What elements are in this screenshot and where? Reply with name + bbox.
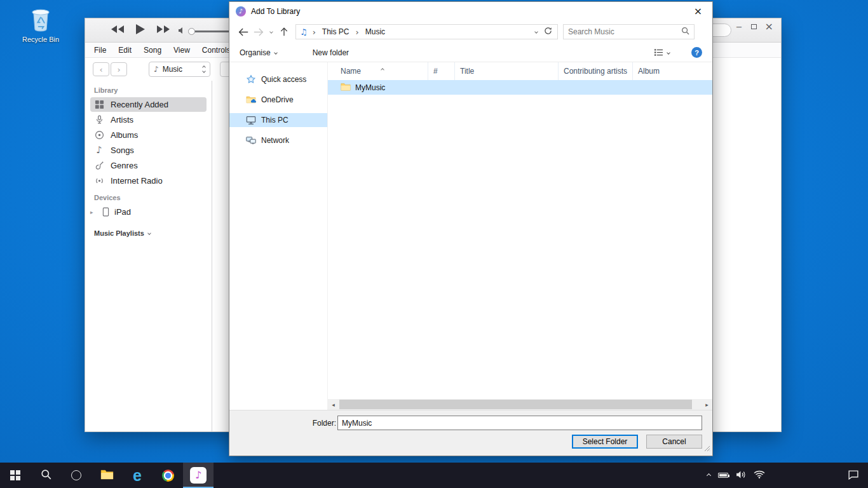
music-playlists-header[interactable]: Music Playlists bbox=[94, 229, 212, 237]
column-header-contributing-artists[interactable]: Contributing artists bbox=[559, 62, 633, 80]
fast-forward-button[interactable] bbox=[156, 25, 170, 34]
windows-logo-icon bbox=[10, 470, 20, 480]
sidebar-item-songs[interactable]: ♪ Songs bbox=[90, 143, 207, 158]
file-row-mymusic[interactable]: MyMusic bbox=[328, 80, 712, 95]
rewind-button[interactable] bbox=[111, 25, 125, 34]
scroll-left-button[interactable]: ◂ bbox=[328, 399, 339, 410]
close-button[interactable]: × bbox=[765, 22, 773, 32]
picker-arrows-icon bbox=[203, 66, 205, 72]
show-hidden-icons-button[interactable] bbox=[707, 473, 711, 477]
forward-button[interactable]: › bbox=[111, 62, 127, 76]
address-bar[interactable]: ♫ › This PC › Music bbox=[295, 24, 558, 39]
help-button[interactable]: ? bbox=[691, 47, 702, 58]
dialog-close-button[interactable]: × bbox=[684, 2, 712, 20]
play-button[interactable] bbox=[135, 24, 146, 35]
media-picker-label: Music bbox=[163, 65, 182, 74]
sidebar-item-ipad[interactable]: ▸ iPad bbox=[90, 205, 207, 219]
breadcrumb-chevron-icon[interactable]: › bbox=[353, 27, 362, 37]
speaker-icon bbox=[178, 27, 184, 36]
view-mode-button[interactable] bbox=[654, 48, 670, 57]
file-name: MyMusic bbox=[355, 83, 385, 92]
folder-label: Folder: bbox=[304, 419, 336, 428]
volume-icon[interactable] bbox=[736, 470, 746, 481]
sidebar-item-recently-added[interactable]: Recently Added bbox=[90, 97, 207, 112]
maximize-button[interactable] bbox=[751, 24, 757, 29]
back-button[interactable]: ‹ bbox=[93, 62, 109, 76]
network-icon bbox=[246, 135, 256, 146]
sidebar-item-albums[interactable]: Albums bbox=[90, 128, 207, 142]
chrome-icon bbox=[162, 470, 174, 482]
desktop: Recycle Bin bbox=[0, 0, 868, 488]
nav-forward-button[interactable] bbox=[251, 27, 266, 37]
onedrive-icon bbox=[246, 95, 256, 105]
scrollbar-track[interactable] bbox=[339, 399, 702, 410]
scrollbar-thumb[interactable] bbox=[339, 400, 692, 409]
folder-name-input[interactable] bbox=[337, 416, 702, 430]
dialog-titlebar[interactable]: ♪ Add To Library × bbox=[229, 2, 712, 20]
sidebar-item-artists[interactable]: Artists bbox=[90, 112, 207, 127]
menu-file[interactable]: File bbox=[94, 46, 106, 55]
column-header-name[interactable]: Name bbox=[328, 62, 428, 80]
breadcrumb-music[interactable]: Music bbox=[363, 27, 388, 36]
sidebar-item-genres[interactable]: Genres bbox=[90, 158, 207, 173]
breadcrumb-this-pc[interactable]: This PC bbox=[320, 27, 352, 36]
nav-item-label: Quick access bbox=[261, 75, 306, 84]
search-input[interactable] bbox=[568, 27, 681, 36]
wifi-icon[interactable] bbox=[754, 470, 765, 480]
cancel-button[interactable]: Cancel bbox=[646, 435, 702, 449]
taskbar-search-button[interactable] bbox=[31, 463, 61, 488]
search-icon[interactable] bbox=[681, 27, 689, 37]
itunes-icon: ♪ bbox=[190, 467, 207, 484]
action-center-button[interactable] bbox=[848, 470, 859, 482]
column-header-title[interactable]: Title bbox=[455, 62, 559, 80]
nav-history-dropdown[interactable] bbox=[266, 30, 276, 33]
media-picker[interactable]: ♪ Music bbox=[149, 62, 210, 77]
add-to-library-dialog: ♪ Add To Library × ♫ › This PC › Music bbox=[229, 1, 713, 456]
column-headers: Name # Title Contributing artists Album bbox=[328, 62, 712, 80]
organise-button[interactable]: Organise bbox=[240, 48, 277, 57]
column-header-album[interactable]: Album bbox=[633, 62, 712, 80]
library-header: Library bbox=[94, 86, 212, 94]
horizontal-scrollbar[interactable]: ◂ ▸ bbox=[328, 399, 712, 410]
volume-knob[interactable] bbox=[188, 28, 195, 35]
cortana-button[interactable] bbox=[61, 463, 92, 488]
resize-grip[interactable] bbox=[703, 445, 710, 454]
menu-edit[interactable]: Edit bbox=[118, 46, 132, 55]
file-explorer-button[interactable] bbox=[92, 463, 122, 488]
dialog-footer: Folder: Select Folder Cancel bbox=[229, 410, 712, 456]
chrome-button[interactable] bbox=[153, 463, 183, 488]
music-folder-icon: ♫ bbox=[300, 27, 308, 37]
new-folder-button[interactable]: New folder bbox=[313, 48, 349, 57]
column-header-number[interactable]: # bbox=[428, 62, 455, 80]
ipad-icon bbox=[100, 207, 111, 217]
itunes-app-icon: ♪ bbox=[236, 6, 246, 17]
minimize-button[interactable]: − bbox=[736, 23, 743, 31]
folder-icon bbox=[341, 83, 351, 93]
menu-song[interactable]: Song bbox=[144, 46, 161, 55]
menu-view[interactable]: View bbox=[173, 46, 190, 55]
nav-item-onedrive[interactable]: OneDrive bbox=[229, 93, 327, 107]
nav-back-button[interactable] bbox=[236, 27, 251, 37]
address-dropdown-icon[interactable] bbox=[534, 30, 538, 34]
start-button[interactable] bbox=[0, 463, 31, 488]
nav-item-quick-access[interactable]: Quick access bbox=[229, 72, 327, 86]
expander-icon[interactable]: ▸ bbox=[90, 209, 97, 215]
nav-item-network[interactable]: Network bbox=[229, 133, 327, 147]
scroll-right-button[interactable]: ▸ bbox=[702, 399, 712, 410]
search-box[interactable] bbox=[563, 24, 695, 39]
recycle-bin[interactable]: Recycle Bin bbox=[18, 5, 64, 43]
nav-up-button[interactable] bbox=[276, 27, 292, 37]
breadcrumb-chevron-icon[interactable]: › bbox=[310, 27, 318, 37]
refresh-button[interactable] bbox=[544, 27, 552, 37]
itunes-taskbar-button[interactable]: ♪ bbox=[183, 463, 214, 488]
cortana-icon bbox=[71, 470, 81, 480]
select-folder-button[interactable]: Select Folder bbox=[572, 435, 638, 449]
recycle-bin-icon bbox=[29, 5, 53, 34]
sidebar-item-label: Recently Added bbox=[111, 100, 168, 109]
edge-button[interactable]: e bbox=[122, 463, 153, 488]
battery-icon[interactable] bbox=[718, 473, 728, 478]
nav-item-this-pc[interactable]: This PC bbox=[229, 113, 327, 127]
sidebar-item-label: Artists bbox=[111, 115, 133, 125]
sidebar-item-internet-radio[interactable]: Internet Radio bbox=[90, 173, 207, 188]
menu-controls[interactable]: Controls bbox=[202, 46, 231, 55]
